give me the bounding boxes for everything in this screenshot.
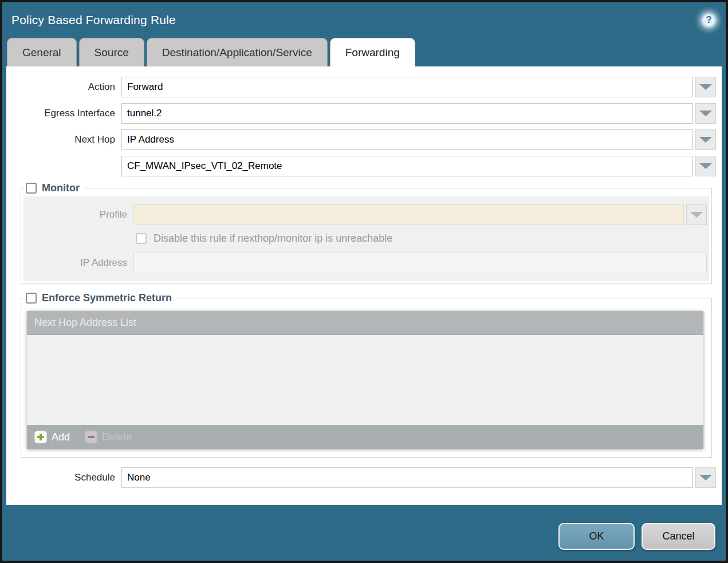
next-hop-address-input[interactable]: [121, 156, 693, 176]
chevron-down-icon: [699, 475, 712, 481]
action-dropdown-button[interactable]: [695, 77, 716, 97]
chevron-down-icon: [699, 84, 712, 90]
tab-forwarding[interactable]: Forwarding: [330, 38, 415, 66]
dialog-title: Policy Based Forwarding Rule: [11, 13, 176, 27]
monitor-panel: Profile Disable this rule if nexthop/mon…: [23, 196, 709, 281]
table-footer-bar: Add Delete: [27, 425, 703, 449]
add-icon: [34, 431, 47, 443]
tab-bar: General Source Destination/Application/S…: [2, 38, 726, 66]
egress-interface-dropdown-button[interactable]: [695, 103, 716, 124]
egress-interface-input[interactable]: [121, 103, 693, 124]
action-row: Action: [6, 77, 716, 97]
next-hop-address-list-body[interactable]: [27, 335, 703, 425]
next-hop-address-list-header: Next Hop Address List: [27, 311, 703, 335]
schedule-label: Schedule: [6, 472, 121, 483]
cancel-button[interactable]: Cancel: [642, 523, 715, 550]
help-icon[interactable]: ?: [701, 13, 717, 28]
profile-label: Profile: [23, 209, 133, 221]
schedule-row: Schedule: [6, 467, 716, 488]
schedule-input[interactable]: [121, 467, 693, 488]
chevron-down-icon: [690, 212, 703, 218]
next-hop-address-dropdown-button[interactable]: [695, 156, 716, 176]
delete-button-label: Delete: [102, 431, 132, 443]
disable-rule-checkbox: [136, 233, 147, 244]
tab-source[interactable]: Source: [79, 38, 144, 66]
tab-general[interactable]: General: [7, 38, 77, 66]
chevron-down-icon: [699, 137, 712, 143]
egress-interface-row: Egress Interface: [6, 103, 716, 124]
monitor-checkbox[interactable]: [26, 183, 37, 194]
egress-interface-label: Egress Interface: [6, 108, 121, 119]
enforce-symmetric-return-checkbox[interactable]: [26, 293, 37, 304]
symmetric-return-fieldset: Enforce Symmetric Return Next Hop Addres…: [21, 292, 712, 458]
monitor-ip-row: IP Address: [23, 253, 707, 273]
add-button-label: Add: [52, 431, 70, 443]
next-hop-address-table: Next Hop Address List Add Delete: [27, 311, 703, 449]
add-button[interactable]: Add: [34, 431, 70, 443]
next-hop-type-input[interactable]: [121, 129, 693, 150]
monitor-legend-label: Monitor: [42, 182, 80, 194]
forwarding-tab-panel: Action Egress Interface Next Hop Monitor: [6, 66, 722, 505]
disable-rule-row: Disable this rule if nexthop/monitor ip …: [136, 233, 707, 245]
title-bar: Policy Based Forwarding Rule ?: [2, 2, 726, 38]
next-hop-row: Next Hop: [6, 129, 716, 150]
chevron-down-icon: [699, 163, 712, 169]
ok-button[interactable]: OK: [558, 523, 635, 550]
profile-dropdown-button: [686, 204, 707, 225]
next-hop-dropdown-button[interactable]: [695, 129, 716, 150]
next-hop-address-row: [6, 156, 716, 176]
profile-row: Profile: [23, 204, 707, 225]
delete-icon: [85, 431, 97, 443]
action-label: Action: [6, 81, 121, 93]
action-input[interactable]: [121, 77, 693, 97]
delete-button: Delete: [85, 431, 132, 443]
monitor-fieldset: Monitor Profile Disable this rule if nex…: [21, 182, 712, 284]
disable-rule-label: Disable this rule if nexthop/monitor ip …: [154, 233, 392, 245]
monitor-ip-input: [133, 253, 707, 273]
monitor-ip-label: IP Address: [23, 257, 133, 269]
next-hop-label: Next Hop: [6, 134, 121, 145]
dialog-action-buttons: OK Cancel: [558, 523, 715, 550]
chevron-down-icon: [699, 111, 712, 116]
pbf-rule-dialog: Policy Based Forwarding Rule ? General S…: [0, 0, 728, 563]
schedule-dropdown-button[interactable]: [695, 467, 716, 488]
profile-input: [133, 204, 684, 225]
enforce-symmetric-return-label: Enforce Symmetric Return: [42, 292, 172, 304]
tab-destination-application-service[interactable]: Destination/Application/Service: [147, 38, 328, 66]
